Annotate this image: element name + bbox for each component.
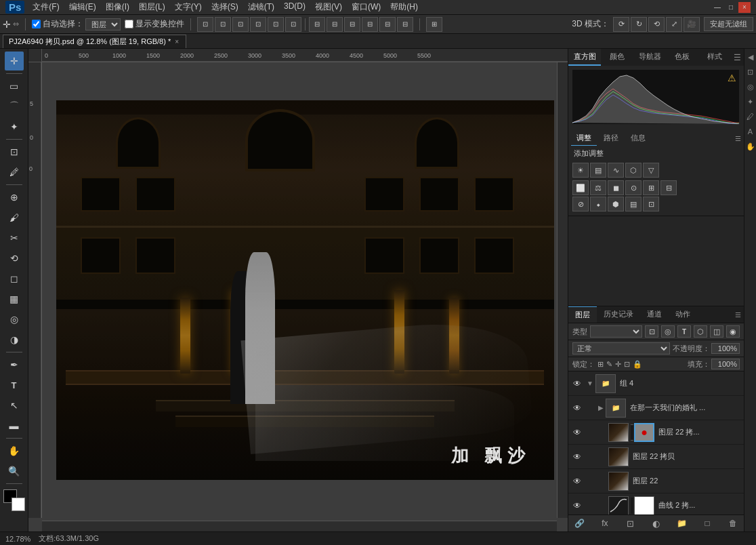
layer-item-curve2[interactable]: 👁 曲线 2 拷... — [568, 493, 744, 514]
move-tool[interactable]: ✛ — [5, 52, 24, 70]
filter-toggle[interactable]: ◉ — [726, 325, 740, 338]
menu-layer[interactable]: 图层(L) — [135, 0, 169, 14]
fg-bg-colors[interactable] — [3, 489, 25, 511]
3d-btn2[interactable]: ↻ — [631, 17, 647, 32]
side-icon3[interactable]: ✦ — [745, 96, 756, 107]
layer-expand-subgroup1[interactable]: ▶ — [598, 404, 604, 411]
menu-window[interactable]: 窗口(W) — [348, 0, 385, 14]
tab-styles[interactable]: 样式 — [698, 49, 731, 66]
clone-tool[interactable]: ✂ — [5, 228, 24, 247]
menu-edit[interactable]: 编辑(E) — [65, 0, 100, 14]
tab-color[interactable]: 颜色 — [601, 49, 633, 66]
filter-text-icon[interactable]: T — [677, 325, 691, 338]
adj-exposure-icon[interactable]: ⬡ — [625, 163, 642, 178]
adj-invert-icon[interactable]: ⊘ — [572, 197, 589, 211]
show-transform-checkbox[interactable] — [125, 20, 133, 28]
adj-posterize-icon[interactable]: ⬥ — [590, 197, 606, 211]
shape-tool[interactable]: ▬ — [5, 416, 24, 435]
layer-item-layer22copy[interactable]: 👁 ● 图层 22 拷... — [568, 420, 744, 445]
adj-curves-icon[interactable]: ∿ — [608, 163, 624, 178]
adj-threshold-icon[interactable]: ⬢ — [608, 197, 624, 211]
fill-input[interactable]: 100% — [711, 359, 740, 369]
tab-histogram[interactable]: 直方图 — [568, 49, 601, 66]
distribute-btn6[interactable]: ⊟ — [397, 17, 413, 32]
distribute-btn4[interactable]: ⊟ — [362, 17, 378, 32]
tab-navigator[interactable]: 导航器 — [633, 49, 666, 66]
adj-colorlookup-icon[interactable]: ⊟ — [660, 180, 677, 195]
adj-levels-icon[interactable]: ▤ — [590, 163, 606, 178]
delete-layer-btn[interactable]: 🗑 — [726, 517, 740, 529]
minimize-button[interactable]: — — [711, 2, 723, 13]
menu-help[interactable]: 帮助(H) — [386, 0, 422, 14]
adj-colorbalance-icon[interactable]: ⚖ — [590, 180, 606, 195]
adj-panel-menu[interactable]: ☰ — [735, 131, 741, 146]
distribute-btn5[interactable]: ⊟ — [379, 17, 396, 32]
distribute-v-btn[interactable]: ⊟ — [327, 17, 343, 32]
background-color[interactable] — [12, 498, 25, 511]
dodge-tool[interactable]: ◑ — [5, 330, 24, 349]
user-account-button[interactable]: 安超无滤组 — [704, 17, 753, 31]
side-icon2[interactable]: ◎ — [745, 81, 756, 92]
pen-tool[interactable]: ✒ — [5, 355, 24, 374]
menu-3d[interactable]: 3D(D) — [280, 0, 310, 14]
eraser-tool[interactable]: ◻ — [5, 269, 24, 288]
3d-btn1[interactable]: ⟳ — [613, 17, 629, 32]
tab-swatches[interactable]: 色板 — [666, 49, 698, 66]
lock-position-icon[interactable]: ✛ — [615, 360, 621, 369]
adj-channelmixer-icon[interactable]: ⊞ — [643, 180, 659, 195]
opacity-input[interactable]: 100% — [711, 343, 740, 354]
healing-tool[interactable]: ⊕ — [5, 188, 24, 207]
layer-link-btn[interactable]: 🔗 — [572, 517, 586, 529]
arrange-btn[interactable]: ⊞ — [426, 17, 442, 32]
brush-tool[interactable]: 🖌 — [5, 208, 24, 227]
distribute-h-btn[interactable]: ⊟ — [309, 17, 325, 32]
path-select-tool[interactable]: ↖ — [5, 396, 24, 415]
adj-bw-icon[interactable]: ◼ — [608, 180, 624, 195]
add-mask-btn[interactable]: ⊡ — [624, 517, 637, 529]
align-right-btn[interactable]: ⊡ — [232, 17, 249, 32]
layer-link-layer22copy[interactable] — [631, 424, 633, 441]
canvas-scrollbar-bottom[interactable] — [42, 521, 557, 531]
side-expand-btn[interactable]: ◀ — [745, 52, 756, 62]
text-tool[interactable]: T — [5, 376, 24, 395]
align-middle-btn[interactable]: ⊡ — [268, 17, 284, 32]
auto-select-dropdown[interactable]: 图层 — [85, 18, 121, 31]
layer-item-layer22copy2[interactable]: 👁 图层 22 拷贝 — [568, 445, 744, 469]
lock-pixels-icon[interactable]: ✎ — [606, 360, 612, 369]
menu-text[interactable]: 文字(Y) — [171, 0, 206, 14]
new-layer-btn[interactable]: □ — [700, 517, 714, 529]
lasso-tool[interactable]: ⌒ — [5, 97, 24, 116]
document-tab[interactable]: PJ2A6940 拷贝.psd @ 12.8% (图层 19, RGB/8) *… — [3, 35, 186, 48]
3d-btn4[interactable]: ⤢ — [666, 17, 682, 32]
layer-visibility-curve2[interactable]: 👁 — [571, 500, 583, 512]
layer-item-layer22[interactable]: 👁 图层 22 — [568, 469, 744, 493]
align-left-btn[interactable]: ⊡ — [197, 17, 213, 32]
new-adjustment-btn[interactable]: ◐ — [649, 517, 663, 529]
panel-menu-icon[interactable]: ☰ — [731, 49, 744, 66]
adj-vibrance-icon[interactable]: ▽ — [643, 163, 659, 178]
filter-shape-icon[interactable]: ⬡ — [694, 325, 707, 338]
new-group-btn[interactable]: 📁 — [675, 517, 688, 529]
adj-gradmap-icon[interactable]: ▤ — [625, 197, 642, 211]
auto-select-checkbox[interactable] — [32, 20, 41, 28]
eyedropper-tool[interactable]: 🖉 — [5, 163, 24, 182]
blur-tool[interactable]: ◎ — [5, 310, 24, 329]
zoom-tool[interactable]: 🔍 — [5, 462, 24, 481]
layer-visibility-layer22[interactable]: 👁 — [571, 475, 583, 487]
side-icon6[interactable]: ✋ — [745, 141, 756, 152]
layer-item-group4[interactable]: 👁 ▼ 📁 组 4 — [568, 371, 744, 396]
channels-tab[interactable]: 通道 — [640, 306, 669, 323]
menu-view[interactable]: 视图(V) — [311, 0, 346, 14]
side-icon1[interactable]: ⊡ — [745, 66, 756, 77]
side-icon4[interactable]: 🖊 — [745, 111, 756, 122]
filter-pixel-icon[interactable]: ⊡ — [645, 325, 658, 338]
canvas-scrollbar-right[interactable] — [557, 62, 568, 518]
align-bottom-btn[interactable]: ⊡ — [285, 17, 301, 32]
maximize-button[interactable]: □ — [725, 2, 737, 13]
3d-btn5[interactable]: 🎥 — [684, 17, 700, 32]
actions-tab[interactable]: 动作 — [669, 306, 697, 323]
filter-adj-icon[interactable]: ◎ — [661, 325, 675, 338]
adj-tab-adjust[interactable]: 调整 — [571, 131, 597, 146]
menu-image[interactable]: 图像(I) — [102, 0, 133, 14]
layers-panel-menu[interactable]: ☰ — [732, 306, 744, 323]
